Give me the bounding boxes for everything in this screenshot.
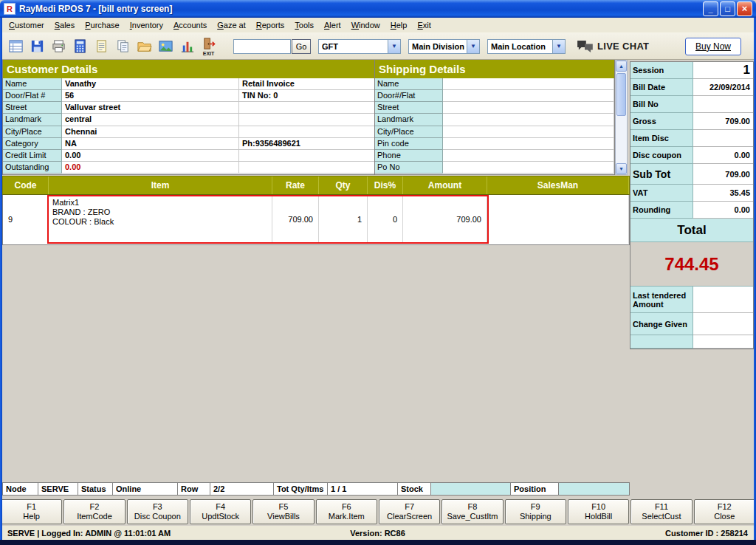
f12-close-button[interactable]: F12 Close [694, 499, 755, 524]
summary-value [693, 130, 753, 147]
shipping-row-cityplace: City/Place [375, 126, 614, 138]
field-value[interactable] [443, 150, 614, 162]
invoice-icon[interactable] [6, 35, 26, 58]
scroll-down-button[interactable]: ▼ [616, 163, 627, 174]
exit-icon[interactable]: EXIT [199, 35, 219, 58]
summary-row-session: Session 1 [630, 62, 753, 79]
menu-customer[interactable]: Customer [4, 18, 49, 32]
maximize-button[interactable]: □ [720, 1, 735, 16]
chart-icon[interactable] [177, 35, 197, 58]
status-row-label: Row [178, 483, 210, 495]
chevron-down-icon[interactable]: ▼ [467, 40, 479, 53]
field-value[interactable]: 56 [62, 90, 239, 102]
scroll-thumb[interactable] [616, 73, 626, 116]
documents-icon[interactable] [113, 35, 133, 58]
field-value[interactable]: Chennai [62, 126, 239, 138]
customer-details-section: Customer Details Name Vanathy Retail Inv… [2, 60, 375, 175]
notepad-icon[interactable] [92, 35, 111, 58]
chevron-down-icon[interactable]: ▼ [552, 40, 565, 53]
f9-shipping-button[interactable]: F9 Shipping [505, 499, 566, 524]
buy-now-button[interactable]: Buy Now [685, 38, 741, 55]
vertical-scrollbar[interactable]: ▲ ▼ [615, 60, 628, 175]
location-dropdown[interactable]: Main Location ▼ [487, 39, 566, 54]
field-label: Credit Limit [3, 150, 62, 162]
field-value-2[interactable] [239, 126, 374, 138]
f1-help-button[interactable]: F1 Help [1, 499, 62, 524]
menu-window[interactable]: Window [346, 18, 385, 32]
field-value[interactable]: 0.00 [62, 150, 239, 162]
item-row-selected[interactable]: 9 Matrix1 BRAND : ZERO COLOUR : Black 70… [3, 195, 629, 244]
column-header-dis: Dis% [368, 176, 403, 194]
fkey-key: F9 [531, 502, 540, 512]
shipping-row-doorflat: Door#/Flat [375, 90, 614, 102]
field-value-2[interactable] [239, 150, 374, 162]
f4-updtstock-button[interactable]: F4 UpdtStock [190, 499, 251, 524]
footer-status-bar: SERVE | Logged In: ADMIN @ 11:01:01 AM V… [2, 526, 754, 540]
menu-tools[interactable]: Tools [289, 18, 319, 32]
field-value[interactable] [443, 102, 614, 114]
live-chat-button[interactable]: LIVE CHAT [576, 40, 649, 53]
save-icon[interactable] [27, 35, 47, 58]
customer-row-outstanding: Outstanding 0.00 [3, 162, 374, 174]
folder-open-icon[interactable] [134, 35, 154, 58]
field-value[interactable]: central [62, 114, 239, 126]
f7-clearscreen-button[interactable]: F7 ClearScreen [379, 499, 440, 524]
f11-selectcust-button[interactable]: F11 SelectCust [630, 499, 692, 524]
field-value[interactable] [443, 162, 614, 174]
function-key-bar: F1 Help F2 ItemCode F3 Disc Coupon F4 Up… [1, 499, 755, 524]
field-value[interactable] [443, 114, 614, 126]
f8-save-custitm-button[interactable]: F8 Save_CustItm [441, 499, 503, 524]
scroll-up-button[interactable]: ▲ [616, 61, 627, 72]
f10-holdbill-button[interactable]: F10 HoldBill [568, 499, 629, 524]
go-button[interactable]: Go [292, 39, 311, 54]
field-value-2[interactable]: Ph:9356489621 [239, 138, 374, 150]
field-value[interactable]: 0.00 [62, 162, 239, 174]
menu-help[interactable]: Help [385, 18, 413, 32]
summary-label: Sub Tot [630, 164, 693, 185]
printer-icon[interactable] [49, 35, 69, 58]
field-value[interactable] [443, 90, 614, 102]
menu-gaze-at[interactable]: Gaze at [212, 18, 251, 32]
menu-sales[interactable]: Sales [49, 18, 80, 32]
company-dropdown[interactable]: GFT ▼ [318, 39, 401, 54]
bill-summary-panel: Session 1 Bill Date 22/09/2014 Bill No G… [630, 61, 754, 349]
item-salesman-cell [487, 195, 629, 244]
f3-disc-coupon-button[interactable]: F3 Disc Coupon [127, 499, 188, 524]
f5-viewbills-button[interactable]: F5 ViewBills [252, 499, 314, 524]
field-value[interactable] [443, 126, 614, 138]
menu-inventory[interactable]: Inventory [125, 18, 168, 32]
photo-icon[interactable] [156, 35, 176, 58]
summary-row-change-given: Change Given [630, 313, 753, 335]
search-input[interactable] [233, 39, 291, 54]
customer-row-street: Street Valluvar street [3, 102, 374, 114]
field-value-2[interactable] [239, 162, 374, 174]
menu-accounts[interactable]: Accounts [168, 18, 212, 32]
field-value[interactable]: Valluvar street [62, 102, 239, 114]
close-button[interactable]: × [737, 1, 752, 16]
menu-exit[interactable]: Exit [412, 18, 436, 32]
field-value[interactable]: Vanathy [62, 78, 239, 90]
live-chat-label: LIVE CHAT [597, 41, 649, 52]
menu-alert[interactable]: Alert [319, 18, 346, 32]
summary-label: Rounding [630, 202, 693, 219]
customer-id-label: Customer ID : 258214 [405, 529, 754, 538]
field-value[interactable] [443, 138, 614, 150]
f6-mark-item-button[interactable]: F6 Mark.Item [316, 499, 377, 524]
f2-itemcode-button[interactable]: F2 ItemCode [63, 499, 125, 524]
field-value[interactable] [443, 78, 614, 90]
calculator-icon[interactable] [70, 35, 90, 58]
minimize-button[interactable]: _ [703, 1, 718, 16]
field-value-2[interactable]: TIN No: 0 [239, 90, 374, 102]
column-header-rate: Rate [272, 176, 319, 194]
chevron-down-icon[interactable]: ▼ [388, 40, 400, 53]
division-dropdown[interactable]: Main Division ▼ [408, 39, 480, 54]
field-value-2[interactable]: Retail Invoice [239, 78, 374, 90]
field-value-2[interactable] [239, 102, 374, 114]
field-value[interactable]: NA [62, 138, 239, 150]
division-dropdown-value: Main Division [409, 40, 467, 53]
field-value-2[interactable] [239, 114, 374, 126]
menu-purchase[interactable]: Purchase [80, 18, 124, 32]
summary-value: 709.00 [693, 164, 753, 185]
window-title: RayMedi RPOS 7 - [bill entry screen] [19, 4, 701, 14]
menu-reports[interactable]: Reports [251, 18, 290, 32]
